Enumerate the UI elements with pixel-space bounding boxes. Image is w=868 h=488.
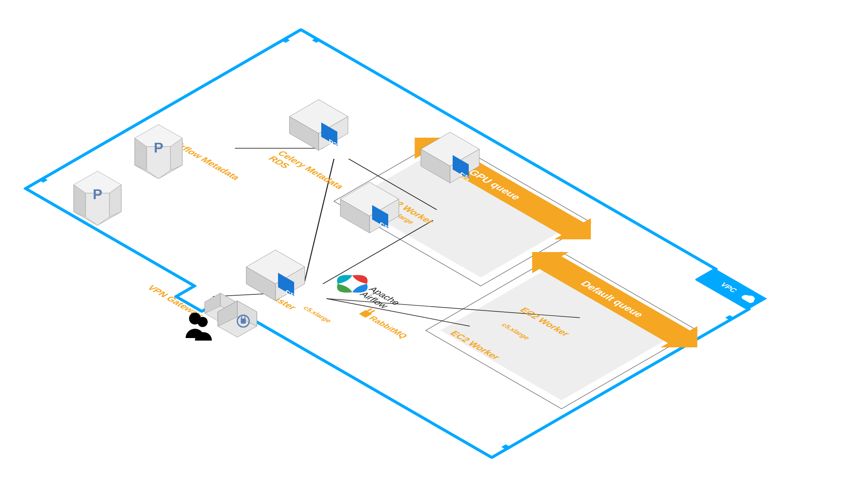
svg-rect-1 [281, 38, 290, 43]
master-node: C5 [246, 250, 305, 301]
svg-line-16 [327, 271, 470, 354]
svg-rect-19 [359, 310, 372, 318]
airflow-rds-badge: P [93, 186, 103, 202]
architecture-diagram: VPC GPU queue [0, 0, 868, 488]
svg-line-15 [323, 220, 433, 284]
celery-rds-badge: P [154, 139, 164, 155]
vpn-node [205, 293, 257, 337]
svg-rect-2 [312, 38, 321, 43]
airflow-rds-node: P [74, 171, 121, 225]
airflow-logo: Apache Airflow [327, 269, 406, 314]
svg-point-42 [198, 317, 208, 327]
master-instance: c5.xlarge [302, 305, 334, 323]
rabbitmq-label: RabbitMQ [367, 315, 410, 339]
vpc-boundary: VPC [6, 29, 768, 468]
svg-rect-21 [370, 310, 376, 313]
svg-rect-40 [241, 319, 246, 324]
celery-rds-node: P [135, 125, 182, 179]
celery-rds-l1: Celery Metadata [275, 149, 346, 190]
user-icon [186, 313, 212, 341]
rabbitmq-logo: RabbitMQ [358, 308, 413, 339]
svg-rect-20 [367, 308, 373, 312]
gpu-worker-node: P3 [289, 100, 348, 150]
